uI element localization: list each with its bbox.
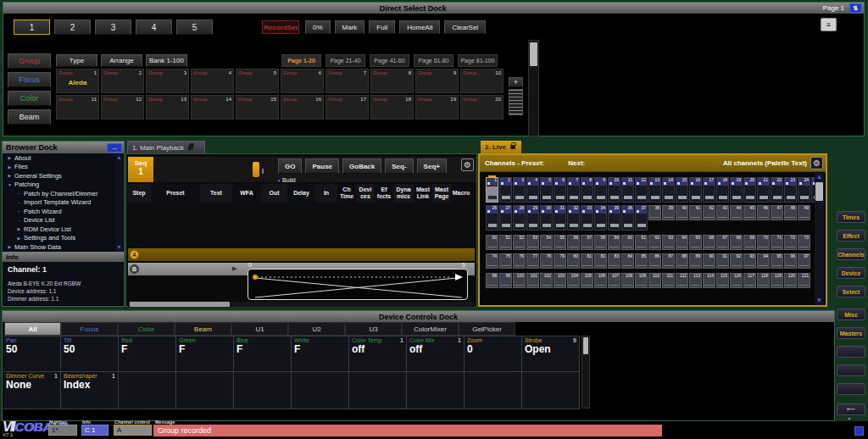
transport-go[interactable]: GO <box>278 158 302 174</box>
browser-item-rdm-device-list[interactable]: ▶RDM Device List <box>3 225 115 234</box>
channel-cell-52[interactable]: 52 <box>513 235 526 250</box>
page-tab-page120[interactable]: Page 1-20 <box>281 54 321 67</box>
group-cell-11[interactable]: Group11 <box>56 95 99 119</box>
side-button-effect[interactable]: Effect <box>837 230 865 242</box>
channel-cell-46[interactable]: 46 <box>757 205 770 220</box>
record-select-button[interactable]: RecordSel <box>262 20 299 34</box>
channel-cell-15[interactable]: 15 <box>676 177 688 203</box>
channel-cell-85[interactable]: 85 <box>635 253 648 269</box>
transport-goback[interactable]: GoBack <box>342 158 381 174</box>
channel-cell-41[interactable]: 41 <box>689 205 702 220</box>
side-button-blank[interactable] <box>837 346 865 358</box>
direct-select-scrollbar[interactable] <box>528 40 539 136</box>
crossfade-graph[interactable] <box>248 269 468 300</box>
page-tab-page2140[interactable]: Page 21-40 <box>326 54 365 67</box>
ds-page-button-3[interactable]: 3 <box>95 19 131 35</box>
channel-cell-5[interactable]: 5 <box>540 177 553 203</box>
side-button-blank[interactable] <box>837 364 865 376</box>
channel-cell-48[interactable]: 48 <box>784 205 797 220</box>
channel-cell-69[interactable]: 69 <box>743 235 756 250</box>
channel-cell-19[interactable]: 19 <box>730 177 743 203</box>
group-cell-8[interactable]: Group8 <box>370 69 414 93</box>
active-step-row[interactable]: A <box>128 248 475 261</box>
channel-cell-84[interactable]: 84 <box>621 253 634 269</box>
tree-arrow-icon[interactable]: ▶ <box>7 244 13 249</box>
device-parameter-empty[interactable] <box>292 372 349 409</box>
info-field[interactable]: C 1 <box>81 425 108 436</box>
channel-cell-94[interactable]: 94 <box>757 253 770 269</box>
device-parameter-green[interactable]: GreenF <box>176 336 234 372</box>
ds-page-button-4[interactable]: 4 <box>136 19 172 35</box>
group-cell-13[interactable]: Group13 <box>146 95 189 119</box>
action-button-mark[interactable]: Mark <box>335 20 365 34</box>
channel-cell-20[interactable]: 20 <box>743 177 756 203</box>
channel-cell-11[interactable]: 11 <box>621 177 634 203</box>
device-tab-u3[interactable]: U3 <box>345 322 402 336</box>
browser-item-main-show-data[interactable]: ▶Main Show Data <box>3 242 115 252</box>
device-tab-focus[interactable]: Focus <box>61 322 118 336</box>
channel-cell-13[interactable]: 13 <box>648 177 661 203</box>
side-button-masters[interactable]: Masters <box>837 327 865 339</box>
channel-cell-9[interactable]: 9 <box>594 177 607 203</box>
channel-cell-36[interactable]: 36 <box>621 205 634 231</box>
side-button-arrow-icon[interactable]: ⟵ <box>837 403 865 415</box>
browser-titlebar[interactable]: Browser Dock ↔ <box>3 142 124 153</box>
group-cell-20[interactable]: Group20 <box>460 95 504 119</box>
channel-cell-54[interactable]: 54 <box>540 235 553 250</box>
device-parameter-empty[interactable] <box>234 372 292 409</box>
channel-cell-102[interactable]: 102 <box>540 273 553 288</box>
channel-cell-4[interactable]: 4 <box>526 177 539 203</box>
tab-live[interactable]: 2. Live <box>481 141 521 153</box>
device-parameter-tilt[interactable]: Tilt50 <box>61 336 119 372</box>
scroll-down-icon[interactable]: ▼ <box>115 243 123 252</box>
tree-arrow-icon[interactable]: ▶ <box>7 164 13 169</box>
live-settings-gear-icon[interactable]: ⚙ <box>810 157 823 169</box>
action-button-0[interactable]: 0% <box>305 20 331 34</box>
channel-cell-12[interactable]: 12 <box>635 177 648 203</box>
channel-cell-3[interactable]: 3 <box>513 177 526 203</box>
device-tab-all[interactable]: All <box>4 322 61 336</box>
channel-cell-10[interactable]: 10 <box>608 177 620 203</box>
channel-cell-86[interactable]: 86 <box>648 253 661 269</box>
browser-item-about[interactable]: ▶About <box>3 153 115 163</box>
channel-cell-45[interactable]: 45 <box>743 205 756 220</box>
channel-cell-51[interactable]: 51 <box>499 235 512 250</box>
channel-cell-93[interactable]: 93 <box>743 253 756 269</box>
channel-cell-50[interactable]: 50 <box>486 235 498 250</box>
channel-cell-1[interactable]: 1 <box>486 177 498 203</box>
group-cell-17[interactable]: Group17 <box>326 95 369 119</box>
page-tab-page81100[interactable]: Page 81-100 <box>458 54 498 67</box>
device-parameter-empty[interactable] <box>349 372 407 409</box>
action-button-clearsel[interactable]: ClearSel <box>444 20 486 34</box>
ds-page-button-5[interactable]: 5 <box>176 19 213 35</box>
group-cell-16[interactable]: Group16 <box>281 95 324 119</box>
channel-cell-64[interactable]: 64 <box>676 235 688 250</box>
channel-cell-32[interactable]: 32 <box>567 205 580 231</box>
channel-cell-97[interactable]: 97 <box>798 253 810 269</box>
add-bank-button[interactable]: + <box>509 77 523 87</box>
scroll-down-icon[interactable]: ▼ <box>815 297 824 305</box>
browser-item-patching[interactable]: ▼Patching <box>3 181 115 190</box>
channel-cell-79[interactable]: 79 <box>554 253 566 269</box>
channel-cell-38[interactable]: 38 <box>648 205 661 220</box>
channel-cell-30[interactable]: 30 <box>540 205 553 231</box>
channel-cell-16[interactable]: 16 <box>689 177 702 203</box>
playback-steps-area[interactable] <box>127 203 476 247</box>
transport-seq[interactable]: Seq+ <box>417 158 447 174</box>
group-cell-3[interactable]: Group3 <box>146 69 189 93</box>
device-parameter-empty[interactable] <box>407 372 465 409</box>
channel-cell-35[interactable]: 35 <box>608 205 620 231</box>
browser-item-import-template-wizard[interactable]: –Import Template Wizard <box>3 198 115 208</box>
crossfade-handle[interactable] <box>253 162 259 177</box>
channel-cell-121[interactable]: 121 <box>798 273 810 288</box>
device-parameter-blue[interactable]: BlueF <box>234 336 292 372</box>
category-tab-group[interactable]: Group <box>8 53 51 69</box>
device-tab-colormixer[interactable]: ColorMixer <box>402 322 459 336</box>
side-button-channels[interactable]: Channels <box>837 248 865 260</box>
channel-cell-29[interactable]: 29 <box>526 205 539 231</box>
channel-cell-6[interactable]: 6 <box>554 177 566 203</box>
channel-cell-68[interactable]: 68 <box>730 235 743 250</box>
channel-cell-87[interactable]: 87 <box>662 253 675 269</box>
channel-cell-105[interactable]: 105 <box>581 273 593 288</box>
group-cell-9[interactable]: Group9 <box>415 69 459 93</box>
